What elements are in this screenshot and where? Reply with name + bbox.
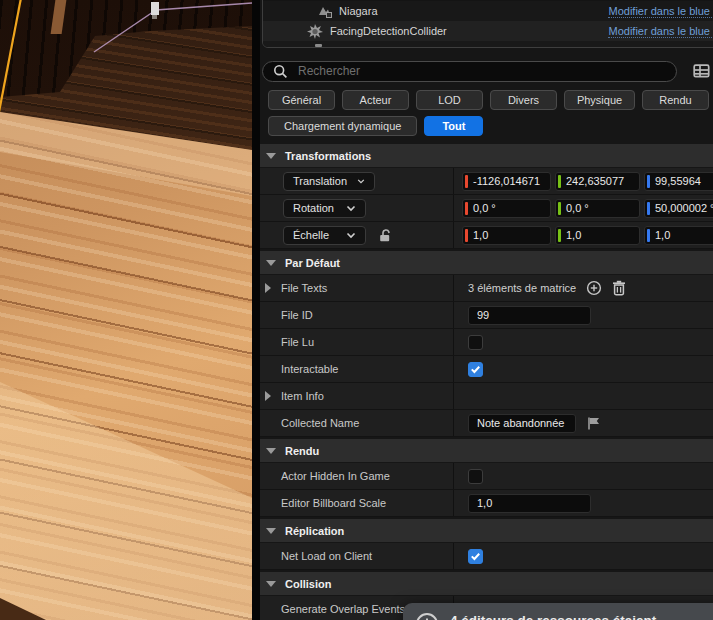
niagara-icon [317,4,332,18]
filter-chip-general[interactable]: Général [268,90,335,110]
rotation-y-field[interactable]: 0,0 ° [555,199,640,218]
expander-arrow-icon[interactable] [265,283,271,293]
filter-chip-physique[interactable]: Physique [564,90,635,110]
filter-chip-tout[interactable]: Tout [424,116,483,136]
chevron-down-icon [266,528,276,534]
property-label: Editor Billboard Scale [281,497,386,509]
panel-divider [252,0,260,620]
property-row-actor-hidden: Actor Hidden In Game [260,463,713,490]
toast-message: 4 éditeurs de ressources étaient [450,610,656,620]
chevron-down-icon [266,448,276,454]
component-name: Niagara [339,5,378,17]
property-label: Collected Name [281,417,359,429]
chevron-down-icon [346,205,356,212]
add-element-icon[interactable] [586,280,602,296]
details-panel: Niagara Modifier dans le blue FacingDete… [260,0,713,620]
search-bar [262,61,677,82]
rotation-z-field[interactable]: 50,000002 ° [644,199,713,218]
section-title: Réplication [285,525,344,537]
flag-icon[interactable] [586,416,601,431]
translation-dropdown[interactable]: Translation [283,172,375,191]
section-header-par-defaut[interactable]: Par Défaut [260,251,713,274]
filter-chip-acteur[interactable]: Acteur [342,90,409,110]
check-icon [470,364,481,375]
search-icon [273,64,288,79]
property-row-file-texts: File Texts 3 éléments de matrice [260,275,713,302]
component-row-niagara[interactable]: Niagara Modifier dans le blue [263,1,713,21]
echelle-y-field[interactable]: 1,0 [555,226,640,245]
section-header-transformations[interactable]: Transformations [260,144,713,167]
property-row-item-info: Item Info [260,383,713,410]
property-row-file-id: File ID [260,302,713,329]
collider-icon [307,24,323,39]
net-load-checkbox[interactable] [468,549,483,564]
lock-open-icon[interactable] [378,228,394,243]
filter-chip-chargement-dynamique[interactable]: Chargement dynamique [268,116,417,136]
component-name: FacingDetectionCollider [330,25,447,37]
property-row-interactable: Interactable [260,356,713,383]
viewport-gizmo-overlay [0,0,252,620]
edit-in-blueprint-link[interactable]: Modifier dans le blue [608,25,713,38]
property-label: Generate Overlap Events [281,603,405,615]
dropdown-label: Échelle [293,229,329,241]
restore-assets-icon [415,610,439,620]
chevron-down-icon [266,581,276,587]
section-header-replication[interactable]: Réplication [260,519,713,542]
check-icon [470,551,481,562]
edit-in-blueprint-link[interactable]: Modifier dans le blue [608,5,713,18]
trash-icon[interactable] [612,280,626,296]
property-row-echelle: Échelle 1,0 1,0 1,0 [260,222,713,249]
dropdown-label: Rotation [293,202,334,214]
actor-hidden-checkbox[interactable] [468,469,483,484]
echelle-z-field[interactable]: 1,0 [644,226,713,245]
property-row-translation: Translation -1126,014671 242,635077 99,5… [260,168,713,195]
components-tree: Niagara Modifier dans le blue FacingDete… [262,0,713,48]
chevron-down-icon [266,260,276,266]
component-row-partial [263,41,713,48]
translation-y-field[interactable]: 242,635077 [555,172,640,191]
property-label: Item Info [281,390,324,402]
property-row-editor-billboard-scale: Editor Billboard Scale [260,490,713,517]
filter-chip-lod[interactable]: LOD [416,90,483,110]
section-title: Par Défaut [285,257,340,269]
expander-arrow-icon[interactable] [265,391,271,401]
echelle-dropdown[interactable]: Échelle [283,226,366,245]
property-label: Net Load on Client [281,550,372,562]
rotation-x-field[interactable]: 0,0 ° [462,199,551,218]
section-title: Collision [285,578,331,590]
dropdown-label: Translation [293,175,347,187]
search-input[interactable] [296,63,666,79]
collider-wire-purple [94,3,252,52]
chevron-down-icon [357,178,365,185]
property-label: File Texts [281,282,327,294]
filter-chip-divers[interactable]: Divers [490,90,557,110]
component-row-collider[interactable]: FacingDetectionCollider Modifier dans le… [263,21,713,41]
section-header-collision[interactable]: Collision [260,572,713,595]
property-row-collected-name: Collected Name [260,410,713,437]
editor-billboard-scale-input[interactable] [468,494,591,513]
translation-z-field[interactable]: 99,55964 [644,172,713,191]
property-label: Interactable [281,363,338,375]
property-row-rotation: Rotation 0,0 ° 0,0 ° 50,000002 ° [260,195,713,222]
billboard-sprite [151,2,159,15]
property-row-file-lu: File Lu [260,329,713,356]
toast-notification[interactable]: 4 éditeurs de ressources étaient [403,603,713,620]
rotation-dropdown[interactable]: Rotation [283,199,366,218]
file-lu-checkbox[interactable] [468,335,483,350]
collected-name-input[interactable] [468,414,576,433]
property-label: File ID [281,309,313,321]
chevron-down-icon [346,232,356,239]
selection-line-yellow [0,0,21,112]
echelle-x-field[interactable]: 1,0 [462,226,551,245]
translation-x-field[interactable]: -1126,014671 [462,172,551,191]
property-label: Actor Hidden In Game [281,470,390,482]
viewport-3d[interactable] [0,0,252,620]
filter-chip-rendu[interactable]: Rendu [642,90,709,110]
unreal-editor-window: Niagara Modifier dans le blue FacingDete… [0,0,713,620]
interactable-checkbox[interactable] [468,362,483,377]
section-header-rendu[interactable]: Rendu [260,439,713,462]
view-options-icon[interactable] [692,62,710,80]
property-label: File Lu [281,336,314,348]
file-id-input[interactable] [468,306,591,325]
section-title: Transformations [285,150,371,162]
